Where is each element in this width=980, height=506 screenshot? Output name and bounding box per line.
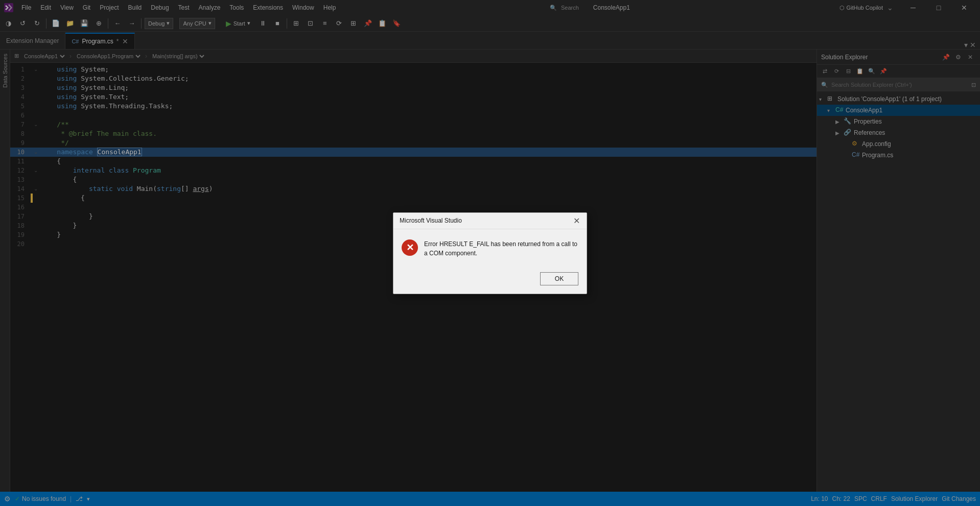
- modal-message: Error HRESULT E_FAIL has been returned f…: [424, 239, 578, 258]
- modal-close-button[interactable]: ✕: [570, 214, 582, 227]
- modal-footer: OK: [393, 268, 587, 294]
- modal-ok-button[interactable]: OK: [540, 272, 578, 285]
- modal-title-bar: Microsoft Visual Studio ✕: [393, 213, 587, 229]
- modal-title-text: Microsoft Visual Studio: [400, 217, 570, 224]
- modal-body: ✕ Error HRESULT E_FAIL has been returned…: [393, 229, 587, 268]
- modal-dialog: Microsoft Visual Studio ✕ ✕ Error HRESUL…: [393, 212, 587, 294]
- error-symbol: ✕: [406, 242, 414, 253]
- modal-overlay[interactable]: Microsoft Visual Studio ✕ ✕ Error HRESUL…: [0, 0, 980, 506]
- modal-error-icon: ✕: [402, 239, 418, 256]
